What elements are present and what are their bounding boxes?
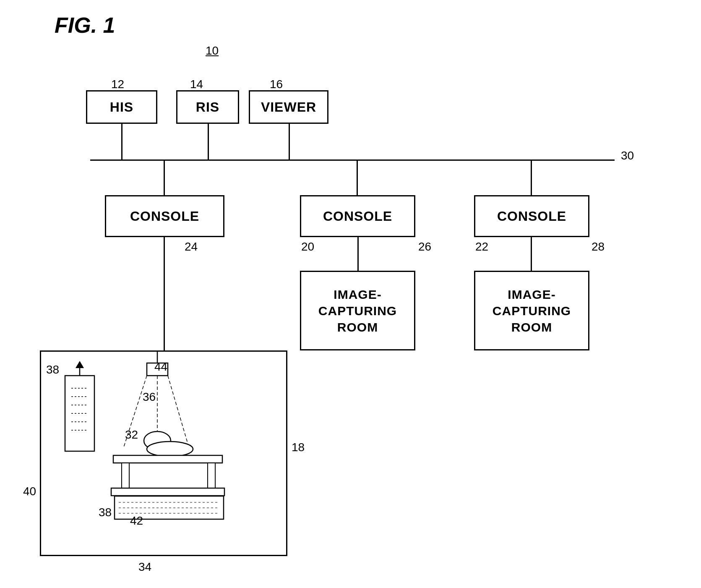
vline-viewer bbox=[289, 124, 290, 159]
ref-12: 12 bbox=[111, 78, 124, 91]
vline-room2 bbox=[531, 237, 532, 271]
ref-44: 44 bbox=[154, 360, 167, 374]
ref-32: 32 bbox=[125, 428, 138, 442]
svg-rect-19 bbox=[111, 488, 224, 496]
image-room2-label: IMAGE-CAPTURINGROOM bbox=[493, 286, 571, 335]
network-line bbox=[90, 159, 615, 161]
ref-36: 36 bbox=[143, 390, 156, 404]
vline-room1 bbox=[357, 237, 359, 271]
svg-rect-18 bbox=[208, 463, 215, 488]
ref-30: 30 bbox=[621, 149, 634, 162]
ref-28: 28 bbox=[592, 240, 605, 253]
console1-box: CONSOLE bbox=[105, 195, 224, 237]
ref-42: 42 bbox=[130, 514, 143, 528]
svg-rect-16 bbox=[113, 455, 222, 463]
ref-40: 40 bbox=[23, 485, 36, 498]
svg-rect-17 bbox=[122, 463, 129, 488]
vline-ris bbox=[208, 124, 209, 159]
svg-marker-8 bbox=[76, 361, 84, 368]
vline-console1 bbox=[164, 159, 165, 195]
diagram: FIG. 1 10 12 HIS 14 RIS 16 VIEWER 30 CON… bbox=[0, 0, 701, 588]
image-room1-label: IMAGE-CAPTURINGROOM bbox=[318, 286, 397, 335]
vline-console2 bbox=[357, 159, 358, 195]
vline-console3 bbox=[531, 159, 532, 195]
vline-console1-down bbox=[164, 237, 165, 350]
ref-18: 18 bbox=[292, 441, 305, 454]
svg-line-13 bbox=[168, 376, 189, 447]
image-room2-box: IMAGE-CAPTURINGROOM bbox=[474, 271, 589, 350]
room-contents bbox=[40, 350, 287, 556]
ref-10: 10 bbox=[206, 44, 219, 57]
ref-38-bot: 38 bbox=[99, 506, 112, 519]
image-room1-box: IMAGE-CAPTURINGROOM bbox=[300, 271, 415, 350]
ref-16: 16 bbox=[270, 78, 283, 91]
vline-his bbox=[121, 124, 122, 159]
ref-22: 22 bbox=[475, 240, 488, 253]
ref-34: 34 bbox=[138, 560, 151, 574]
ref-14: 14 bbox=[190, 78, 203, 91]
ref-38-top: 38 bbox=[46, 363, 59, 376]
console2-box: CONSOLE bbox=[300, 195, 415, 237]
his-box: HIS bbox=[86, 90, 157, 124]
figure-title: FIG. 1 bbox=[55, 13, 115, 38]
console3-box: CONSOLE bbox=[474, 195, 589, 237]
ref-26: 26 bbox=[418, 240, 431, 253]
ref-20: 20 bbox=[301, 240, 314, 253]
ref-24: 24 bbox=[185, 240, 198, 253]
viewer-box: VIEWER bbox=[249, 90, 328, 124]
svg-point-15 bbox=[147, 442, 193, 457]
ris-box: RIS bbox=[176, 90, 239, 124]
